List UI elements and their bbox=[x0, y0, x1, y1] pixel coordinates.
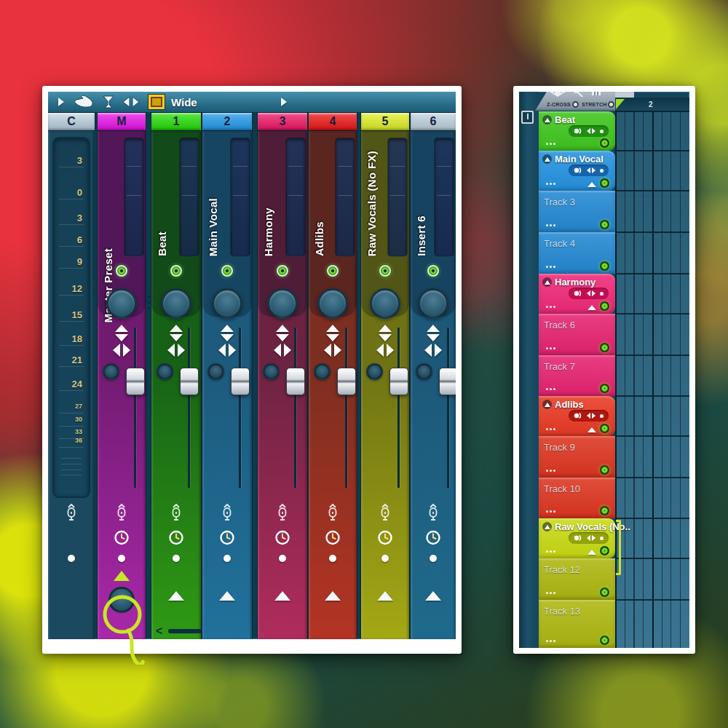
group-arrow-icon[interactable] bbox=[542, 277, 552, 287]
pan-arrows-icon[interactable] bbox=[587, 413, 596, 419]
pan-arrows-icon[interactable] bbox=[167, 344, 185, 357]
playlist-track-track-7[interactable]: Track 7 bbox=[539, 355, 615, 396]
stereo-knob[interactable] bbox=[314, 363, 331, 380]
channel-led[interactable] bbox=[277, 265, 288, 277]
channel-header-4[interactable]: 4 bbox=[309, 113, 357, 130]
playlist-grid[interactable] bbox=[615, 111, 689, 648]
dot-indicator[interactable] bbox=[600, 292, 604, 296]
dot-indicator[interactable] bbox=[430, 555, 437, 562]
expand-up-arrow[interactable] bbox=[168, 591, 184, 601]
channel-knob[interactable] bbox=[106, 288, 137, 319]
updown-arrows-icon[interactable] bbox=[221, 325, 234, 341]
more-dots-icon[interactable] bbox=[546, 592, 548, 594]
channel-knob[interactable] bbox=[317, 288, 348, 319]
channel-knob[interactable] bbox=[418, 288, 448, 319]
channel-header-3[interactable]: 3 bbox=[258, 113, 307, 130]
pan-arrows-icon[interactable] bbox=[113, 344, 130, 357]
channel-header-2[interactable]: 2 bbox=[202, 113, 252, 130]
playlist-scrollbar-thumb[interactable] bbox=[521, 111, 534, 124]
pan-arrows-icon[interactable] bbox=[274, 344, 291, 357]
group-arrow-icon[interactable] bbox=[542, 522, 552, 531]
playhead-marker-icon[interactable] bbox=[616, 99, 625, 109]
channel-strip-M[interactable]: Master Preset bbox=[98, 131, 146, 639]
ruler-header[interactable]: C bbox=[48, 113, 95, 130]
updown-arrows-icon[interactable] bbox=[276, 325, 289, 341]
pan-arrows-icon[interactable] bbox=[218, 344, 236, 357]
expand-up-arrow[interactable] bbox=[325, 591, 341, 601]
pan-arrows-icon[interactable] bbox=[324, 344, 341, 357]
updown-arrows-icon[interactable] bbox=[170, 325, 183, 341]
channel-led[interactable] bbox=[427, 265, 439, 277]
playlist-group-harmony[interactable]: Harmony bbox=[539, 274, 615, 314]
dot-indicator[interactable] bbox=[279, 555, 286, 562]
playlist-track-track-13[interactable]: Track 13 bbox=[539, 600, 615, 648]
stereo-knob[interactable] bbox=[366, 363, 383, 380]
playlist-group-adlibs[interactable]: Adlibs bbox=[539, 396, 615, 436]
more-dots-icon[interactable] bbox=[546, 143, 548, 145]
pan-arrows-icon[interactable] bbox=[587, 535, 596, 541]
more-dots-icon[interactable] bbox=[546, 388, 548, 390]
track-led[interactable] bbox=[600, 220, 609, 229]
more-dots-icon[interactable] bbox=[546, 470, 548, 472]
dot-indicator[interactable] bbox=[68, 555, 75, 562]
fader-handle[interactable] bbox=[231, 368, 250, 395]
channel-header-1[interactable]: 1 bbox=[151, 113, 201, 130]
playlist-group-raw-vocals-no-[interactable]: Raw Vocals (No.. bbox=[539, 518, 615, 558]
playlist-track-track-3[interactable]: Track 3 bbox=[539, 191, 615, 232]
collapse-triangle-icon[interactable] bbox=[587, 427, 596, 432]
record-arm-mic-icon[interactable] bbox=[66, 504, 77, 523]
channel-led[interactable] bbox=[379, 265, 391, 277]
playlist-group-beat[interactable]: Beat bbox=[539, 111, 615, 151]
slip-tool-icon[interactable] bbox=[573, 92, 583, 97]
track-led[interactable] bbox=[600, 465, 609, 475]
track-led[interactable] bbox=[600, 506, 609, 515]
collapse-icon[interactable] bbox=[122, 95, 140, 108]
mixer-h-scrollbar[interactable]: < bbox=[156, 625, 202, 638]
playlist-track-track-12[interactable]: Track 12 bbox=[539, 558, 615, 600]
collapse-triangle-icon[interactable] bbox=[587, 305, 596, 310]
stereo-knob[interactable] bbox=[103, 363, 119, 380]
splitter-dots-icon[interactable] bbox=[148, 296, 150, 298]
updown-arrows-icon[interactable] bbox=[326, 325, 339, 341]
channel-led[interactable] bbox=[116, 265, 127, 277]
track-led[interactable] bbox=[600, 384, 609, 393]
group-arrow-icon[interactable] bbox=[542, 115, 552, 124]
dot-indicator[interactable] bbox=[600, 414, 604, 418]
record-arm-mic-icon[interactable] bbox=[277, 504, 288, 523]
channel-knob[interactable] bbox=[212, 288, 242, 319]
more-dots-icon[interactable] bbox=[546, 510, 548, 513]
channel-strip-4[interactable]: Adlibs bbox=[309, 131, 357, 639]
record-arm-mic-icon[interactable] bbox=[427, 504, 439, 523]
stretch-option[interactable]: STRETCH bbox=[582, 101, 614, 108]
dot-indicator[interactable] bbox=[600, 169, 604, 173]
track-led[interactable] bbox=[600, 261, 609, 271]
stereo-knob[interactable] bbox=[207, 363, 224, 380]
track-controls-pill[interactable] bbox=[569, 288, 609, 299]
zcross-checkbox[interactable] bbox=[572, 101, 579, 108]
collapse-triangle-icon[interactable] bbox=[587, 182, 596, 187]
track-led[interactable] bbox=[600, 138, 609, 148]
dot-indicator[interactable] bbox=[329, 555, 336, 562]
mixer-view-label[interactable]: Wide bbox=[171, 96, 197, 108]
expand-up-arrow[interactable] bbox=[219, 591, 235, 601]
dot-indicator[interactable] bbox=[381, 555, 389, 562]
arrow-right-icon[interactable] bbox=[281, 98, 287, 106]
track-led[interactable] bbox=[600, 424, 609, 433]
view-color-swatch-icon[interactable] bbox=[149, 95, 165, 109]
playlist-track-track-9[interactable]: Track 9 bbox=[539, 436, 615, 478]
channel-strip-3[interactable]: Harmony bbox=[258, 131, 307, 639]
more-dots-icon[interactable] bbox=[546, 428, 548, 430]
channel-header-5[interactable]: 5 bbox=[361, 113, 409, 130]
channel-strip-6[interactable]: Insert 6 bbox=[411, 131, 456, 639]
dot-indicator[interactable] bbox=[118, 555, 125, 562]
channel-knob[interactable] bbox=[267, 288, 298, 319]
more-dots-icon[interactable] bbox=[546, 550, 548, 553]
grid-snap-icon[interactable] bbox=[592, 92, 601, 95]
hand-tool-icon[interactable] bbox=[73, 95, 95, 109]
playlist-track-track-10[interactable]: Track 10 bbox=[539, 478, 615, 518]
stereo-knob[interactable] bbox=[416, 363, 432, 380]
playlist-track-track-4[interactable]: Track 4 bbox=[539, 232, 615, 274]
clock-icon[interactable] bbox=[426, 530, 441, 545]
track-controls-pill[interactable] bbox=[569, 410, 609, 422]
track-led[interactable] bbox=[600, 343, 609, 352]
